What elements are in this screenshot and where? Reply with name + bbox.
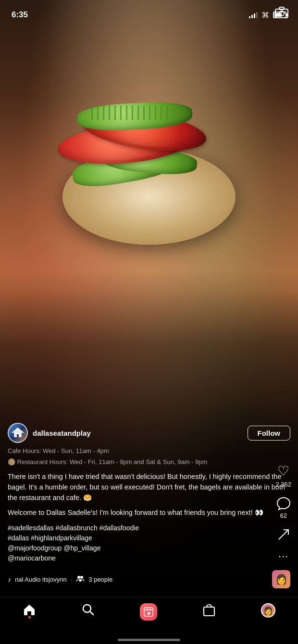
nav-profile[interactable]: 👩 xyxy=(261,603,275,618)
comment-count: 62 xyxy=(280,512,286,519)
svg-line-3 xyxy=(279,530,288,539)
svg-rect-2 xyxy=(279,7,284,10)
status-time: 6:35 xyxy=(12,10,28,20)
caption-area: Cafe Hours: Wed - Sun, 11am - 4pm 🌕 Rest… xyxy=(0,447,298,563)
status-bar: 6:35 ⌘ xyxy=(0,0,298,24)
nav-search[interactable] xyxy=(82,603,94,616)
like-count: 2,362 xyxy=(275,481,291,488)
shop-icon xyxy=(203,603,215,617)
bottom-nav: 👩 xyxy=(0,597,298,644)
svg-marker-12 xyxy=(148,611,151,615)
more-button[interactable]: ··· xyxy=(278,550,288,562)
home-indicator-dot xyxy=(28,616,31,619)
user-row: dallaseatandplay Follow xyxy=(0,423,298,443)
comment-button[interactable]: 62 xyxy=(276,497,291,519)
profile-emoji: 👩 xyxy=(263,606,273,615)
svg-rect-0 xyxy=(275,9,288,18)
more-icon: ··· xyxy=(278,550,288,562)
nav-reels[interactable] xyxy=(140,603,157,620)
reels-icon xyxy=(140,603,157,620)
svg-point-1 xyxy=(279,11,284,16)
profile-avatar: 👩 xyxy=(261,603,275,618)
home-icon xyxy=(23,603,36,616)
hours-restaurant: 🌕 Restaurant Hours: Wed - Fri, 11am - 9p… xyxy=(8,458,290,467)
separator: · xyxy=(71,576,73,583)
username: dallaseatandplay xyxy=(33,429,248,437)
audio-thumb-emoji: 👩 xyxy=(275,573,287,585)
avatar[interactable] xyxy=(8,423,28,443)
follow-button[interactable]: Follow xyxy=(248,426,291,441)
share-icon xyxy=(277,528,290,541)
restaurant-hours-text: 🌕 Restaurant Hours: Wed - Fri, 11am - 9p… xyxy=(8,458,207,467)
search-icon xyxy=(82,603,94,616)
like-button[interactable]: ♡ 2,362 xyxy=(275,463,291,488)
main-caption: There isn't a thing I have tried that wa… xyxy=(8,472,290,503)
hours-cafe: Cafe Hours: Wed - Sun, 11am - 4pm xyxy=(8,447,290,456)
svg-point-4 xyxy=(77,576,80,579)
cafe-hours-text: Cafe Hours: Wed - Sun, 11am - 4pm xyxy=(8,447,109,456)
svg-point-5 xyxy=(80,576,83,579)
audio-text: nal Audio itsjovynn xyxy=(15,576,67,583)
heart-icon: ♡ xyxy=(277,463,289,479)
wifi-icon: ⌘ xyxy=(261,11,269,20)
people-icon xyxy=(76,575,85,584)
action-buttons: ♡ 2,362 62 ··· xyxy=(275,463,291,562)
home-indicator-bar xyxy=(118,639,180,641)
meta-row: ♪ nal Audio itsjovynn · 3 people 👩 xyxy=(0,567,298,591)
comment-icon xyxy=(276,497,291,510)
svg-rect-8 xyxy=(144,608,153,616)
nav-shop[interactable] xyxy=(203,603,215,617)
nav-home[interactable] xyxy=(23,603,36,616)
welcome-text: Welcome to Dallas Sadelle's! I'm looking… xyxy=(8,508,290,518)
people-count: 3 people xyxy=(88,576,112,583)
camera-button[interactable] xyxy=(275,7,288,22)
food-image xyxy=(34,29,264,259)
audio-thumbnail[interactable]: 👩 xyxy=(272,570,290,588)
music-note-icon: ♪ xyxy=(8,575,11,583)
share-button[interactable] xyxy=(277,528,290,541)
signal-icon xyxy=(249,12,258,18)
post-content: dallaseatandplay Follow Cafe Hours: Wed … xyxy=(0,423,298,596)
hashtags: #sadellesdallas #dallasbrunch #dallasfoo… xyxy=(8,523,290,563)
svg-line-7 xyxy=(90,611,93,615)
svg-rect-13 xyxy=(204,607,214,616)
